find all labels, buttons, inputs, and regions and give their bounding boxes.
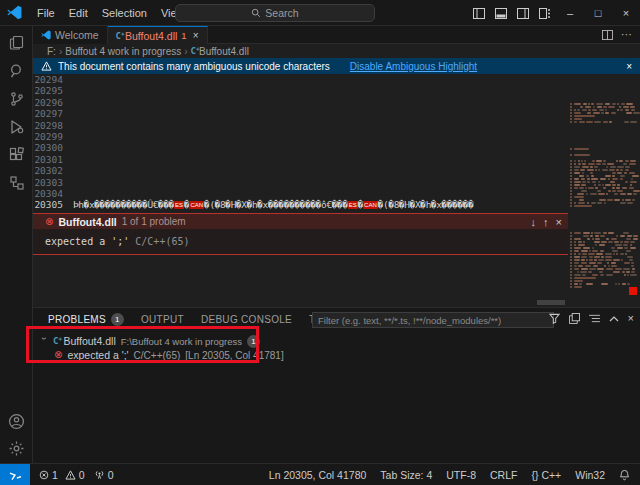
editor-line[interactable]: 20302 — [33, 165, 640, 176]
activity-bar — [0, 26, 33, 463]
problems-status[interactable]: 1 0 — [39, 469, 85, 481]
banner-close-icon[interactable]: × — [626, 61, 632, 72]
close-panel-icon[interactable]: × — [628, 312, 634, 324]
peek-prev-icon[interactable]: ↑ — [543, 216, 549, 228]
view-as-list-icon[interactable] — [589, 314, 600, 323]
split-editor-icon[interactable] — [602, 30, 613, 40]
editor-line[interactable]: 20294 — [33, 74, 640, 85]
window-minimize-button[interactable]: – — [556, 0, 584, 26]
editor-lines: 2029420295202962029720298202992030020301… — [33, 74, 640, 211]
breadcrumb-drive[interactable]: F: — [47, 46, 56, 57]
command-center-search[interactable]: Search — [175, 4, 375, 22]
explorer-icon[interactable] — [6, 32, 27, 53]
language-indicator[interactable]: {} C++ — [531, 469, 561, 481]
open-in-editor-icon[interactable] — [569, 313, 580, 324]
toggle-panel-icon[interactable] — [490, 0, 512, 26]
accounts-icon[interactable] — [6, 411, 27, 432]
editor-line[interactable]: 20305Þh�x����������Û€���ES�CAN�(�8�H�X�h… — [33, 199, 640, 210]
menu-edit[interactable]: Edit — [62, 7, 95, 19]
editor-line[interactable]: 20296 — [33, 97, 640, 108]
line-number: 20305 — [33, 199, 73, 210]
window-close-button[interactable]: × — [612, 0, 640, 26]
editor-line[interactable]: 20299 — [33, 131, 640, 142]
window-maximize-button[interactable]: □ — [584, 0, 612, 26]
notifications-bell-icon[interactable] — [619, 469, 630, 481]
ports-count: 0 — [108, 469, 114, 481]
panel-tab-output[interactable]: OUTPUT — [141, 314, 184, 325]
tab-welcome[interactable]: Welcome — [33, 26, 108, 44]
peek-close-icon[interactable]: × — [556, 216, 562, 228]
line-number: 20300 — [33, 142, 73, 153]
title-bar: File Edit Selection View ⋯ ← → Search – … — [0, 0, 640, 26]
hierarchy-extension-icon[interactable] — [6, 172, 27, 193]
editor-line[interactable]: 20304 — [33, 188, 640, 199]
status-bar: 1 0 0 Ln 20305, Col 41780 Tab Size: 4 UT… — [0, 463, 640, 485]
line-number: 20299 — [33, 131, 73, 142]
error-circle-icon: ⊗ — [45, 217, 53, 227]
warning-triangle-icon — [41, 61, 52, 71]
encoding-indicator[interactable]: UTF-8 — [446, 469, 476, 481]
control-char-box: CAN — [189, 201, 204, 209]
line-number: 20296 — [33, 97, 73, 108]
banner-text: This document contains many ambiguous un… — [58, 61, 330, 72]
editor-line[interactable]: 20301 — [33, 154, 640, 165]
run-debug-icon[interactable] — [6, 116, 27, 137]
platform-indicator[interactable]: Win32 — [575, 469, 605, 481]
panel-tab-debug-console[interactable]: DEBUG CONSOLE — [201, 314, 292, 325]
peek-next-icon[interactable]: ↓ — [531, 216, 537, 228]
horizontal-scrollbar[interactable] — [537, 300, 565, 305]
toggle-sidebar-icon[interactable] — [468, 0, 490, 26]
peek-body[interactable]: expected a ';' C/C++(65) — [33, 229, 568, 254]
line-number: 20295 — [33, 85, 73, 96]
line-content: Þh�x����������Û€���ES�CAN�(�8�H�X�h�x���… — [73, 199, 474, 210]
menu-file[interactable]: File — [30, 7, 62, 19]
breadcrumb: F: › Buffout 4 work in progress › C+ Buf… — [33, 44, 640, 58]
toggle-secondary-sidebar-icon[interactable] — [512, 0, 534, 26]
breadcrumb-file[interactable]: Buffout4.dll — [199, 46, 249, 57]
radio-tower-icon — [94, 469, 105, 480]
peek-error-source: C/C++(65) — [135, 236, 189, 247]
settings-gear-icon[interactable] — [6, 438, 27, 459]
tab-error-count: 1 — [181, 30, 186, 41]
editor-line[interactable]: 20297 — [33, 108, 640, 119]
editor-line[interactable]: 20300 — [33, 142, 640, 153]
search-sidebar-icon[interactable] — [6, 60, 27, 81]
line-number: 20298 — [33, 120, 73, 131]
tab-size-indicator[interactable]: Tab Size: 4 — [380, 469, 432, 481]
tab-close-icon[interactable]: × — [193, 30, 199, 41]
overview-ruler-error-mark — [629, 287, 637, 295]
line-number: 20302 — [33, 165, 73, 176]
cursor-position[interactable]: Ln 20305, Col 41780 — [269, 469, 367, 481]
editor-line[interactable]: 20303 — [33, 177, 640, 188]
problems-filter-input[interactable] — [312, 312, 554, 328]
red-annotation-rectangle — [26, 326, 259, 363]
line-number: 20297 — [33, 108, 73, 119]
more-actions-icon[interactable]: ⋯ — [621, 28, 632, 41]
chevron-right-icon: › — [59, 46, 62, 57]
disable-ambiguous-highlight-link[interactable]: Disable Ambiguous Highlight — [350, 61, 477, 72]
editor-pane[interactable]: 2029420295202962029720298202992030020301… — [33, 74, 640, 307]
ports-status[interactable]: 0 — [94, 469, 114, 481]
editor-line[interactable]: 20298 — [33, 120, 640, 131]
menu-selection[interactable]: Selection — [95, 7, 154, 19]
customize-layout-icon[interactable] — [534, 0, 556, 26]
peek-problem-count: 1 of 1 problem — [122, 216, 186, 227]
maximize-panel-icon[interactable] — [609, 315, 619, 322]
vscode-logo-icon — [7, 5, 22, 20]
eol-indicator[interactable]: CRLF — [490, 469, 517, 481]
panel-tab-problems[interactable]: PROBLEMS 1 — [48, 313, 124, 326]
remote-indicator[interactable] — [0, 464, 30, 485]
filter-funnel-icon[interactable] — [549, 313, 560, 324]
editor-line[interactable]: 20295 — [33, 85, 640, 96]
search-label: Search — [265, 7, 298, 19]
remote-icon — [9, 469, 21, 481]
source-control-icon[interactable] — [6, 88, 27, 109]
tab-buffout4-dll[interactable]: C+ Buffout4.dll 1 × — [108, 26, 208, 44]
line-number: 20294 — [33, 74, 73, 85]
minimap[interactable] — [568, 75, 640, 305]
editor-tab-bar: Welcome C+ Buffout4.dll 1 × ⋯ — [33, 26, 640, 44]
breadcrumb-folder[interactable]: Buffout 4 work in progress — [65, 46, 181, 57]
search-icon — [251, 8, 261, 18]
cpp-file-icon: C+ — [116, 31, 121, 41]
extensions-icon[interactable] — [6, 144, 27, 165]
